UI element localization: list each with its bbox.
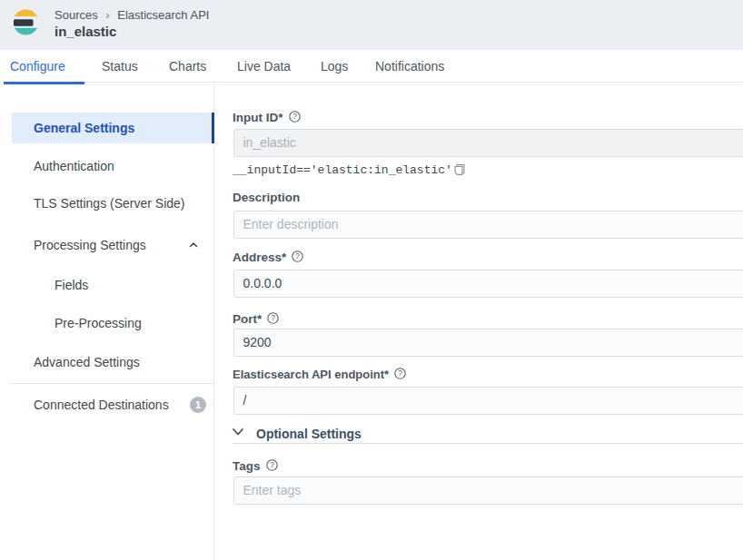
svg-text:?: ?: [398, 368, 402, 378]
svg-text:?: ?: [271, 313, 275, 322]
svg-text:?: ?: [292, 112, 297, 121]
svg-text:?: ?: [270, 460, 274, 469]
svg-text:?: ?: [295, 251, 300, 260]
